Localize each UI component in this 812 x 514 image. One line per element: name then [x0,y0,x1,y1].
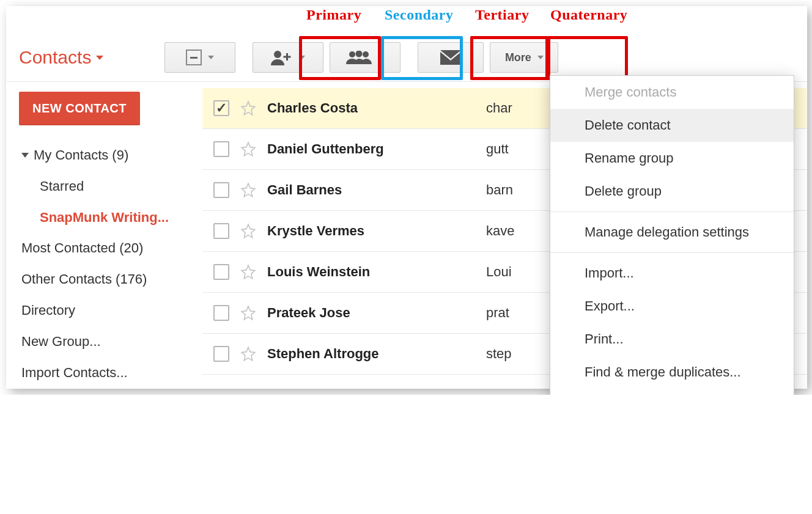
row-checkbox[interactable] [213,346,229,362]
menu-manage-delegation[interactable]: Manage delegation settings [550,216,794,249]
contact-name: Gail Barnes [267,182,475,198]
menu-separator [550,211,794,212]
sidebar-item-snapmunk[interactable]: SnapMunk Writing... [19,202,202,233]
contact-name: Prateek Jose [267,305,475,321]
contact-email: step [486,346,512,362]
star-icon[interactable] [240,141,256,157]
menu-restore[interactable]: Restore contacts... [550,389,794,395]
contact-name: Charles Costa [267,100,475,116]
star-icon[interactable] [240,223,256,239]
row-checkbox[interactable] [213,223,229,239]
caret-down-icon [208,56,214,59]
contact-name: Stephen Altrogge [267,346,475,362]
caret-down-icon [299,56,305,59]
group-icon [346,51,372,64]
annotation-quaternary: Quaternary [550,7,648,23]
sidebar: NEW CONTACT My Contacts (9) Starred Snap… [7,82,202,388]
sidebar-item-my-contacts[interactable]: My Contacts (9) [19,140,202,171]
svg-point-0 [274,51,281,58]
sidebar-label: Directory [21,301,75,320]
svg-point-4 [356,51,363,57]
star-icon[interactable] [240,264,256,280]
caret-down-icon [537,56,544,59]
row-checkbox[interactable] [213,141,229,157]
contact-email: char [486,100,512,116]
contact-email: gutt [486,141,509,157]
svg-point-3 [349,51,355,57]
groups-button[interactable] [330,42,400,73]
contact-name: Louis Weinstein [267,264,475,280]
sidebar-item-starred[interactable]: Starred [19,171,202,202]
chevron-down-icon [21,153,29,158]
sidebar-item-new-group[interactable]: New Group... [19,326,202,358]
sidebar-label: New Group... [21,332,101,351]
caret-down-icon [96,56,103,60]
envelope-icon [440,50,461,65]
add-to-contacts-button[interactable] [253,42,323,73]
sidebar-label: My Contacts (9) [34,146,128,165]
sidebar-item-most-contacted[interactable]: Most Contacted (20) [19,233,202,264]
svg-point-5 [363,51,369,57]
app-title-text: Contacts [19,47,91,68]
sidebar-label: Most Contacted (20) [21,239,143,258]
menu-delete-group[interactable]: Delete group [550,175,794,208]
star-icon[interactable] [240,305,256,321]
email-button[interactable] [418,42,484,73]
annotation-bar: Primary Secondary Tertiary Quaternary [7,7,806,36]
menu-rename-group[interactable]: Rename group [550,142,794,175]
menu-delete-contact[interactable]: Delete contact [550,109,794,142]
sidebar-item-directory[interactable]: Directory [19,295,202,326]
menu-import[interactable]: Import... [550,257,794,290]
contact-email: kave [486,223,514,239]
more-button-label: More [505,51,531,64]
menu-find-duplicates[interactable]: Find & merge duplicates... [550,356,794,389]
indeterminate-icon [186,50,202,65]
contact-email: Loui [486,264,512,280]
row-checkbox[interactable] [213,264,229,280]
contact-email: prat [486,305,509,321]
new-contact-button[interactable]: NEW CONTACT [19,92,140,125]
star-icon[interactable] [240,346,256,362]
row-checkbox[interactable] [213,182,229,198]
star-icon[interactable] [240,182,256,198]
row-checkbox[interactable]: ✓ [213,100,229,116]
contact-email: barn [486,182,513,198]
contact-name: Daniel Guttenberg [267,141,475,157]
annotation-secondary: Secondary [385,7,470,23]
app-title-dropdown[interactable]: Contacts [19,47,103,68]
sidebar-item-other-contacts[interactable]: Other Contacts (176) [19,264,202,295]
contact-name: Krystle Vermes [267,223,475,239]
person-plus-icon [271,50,293,65]
sidebar-label: Import Contacts... [21,364,128,383]
menu-merge-contacts: Merge contacts [550,76,794,109]
menu-export[interactable]: Export... [550,290,794,323]
svg-rect-6 [440,50,461,65]
sidebar-label: Starred [40,177,84,196]
row-checkbox[interactable] [213,305,229,321]
more-dropdown-menu: Merge contacts Delete contact Rename gro… [550,75,794,395]
annotation-tertiary: Tertiary [475,7,545,23]
sidebar-item-import[interactable]: Import Contacts... [19,358,202,389]
sidebar-label: SnapMunk Writing... [40,208,169,227]
menu-print[interactable]: Print... [550,323,794,356]
star-icon[interactable] [240,100,256,116]
sidebar-label: Other Contacts (176) [21,270,147,289]
menu-separator [550,252,794,253]
svg-rect-2 [284,56,291,58]
more-button[interactable]: More [490,42,558,73]
caret-down-icon [378,56,384,59]
annotation-primary: Primary [306,7,380,23]
select-all-button[interactable] [164,42,235,73]
